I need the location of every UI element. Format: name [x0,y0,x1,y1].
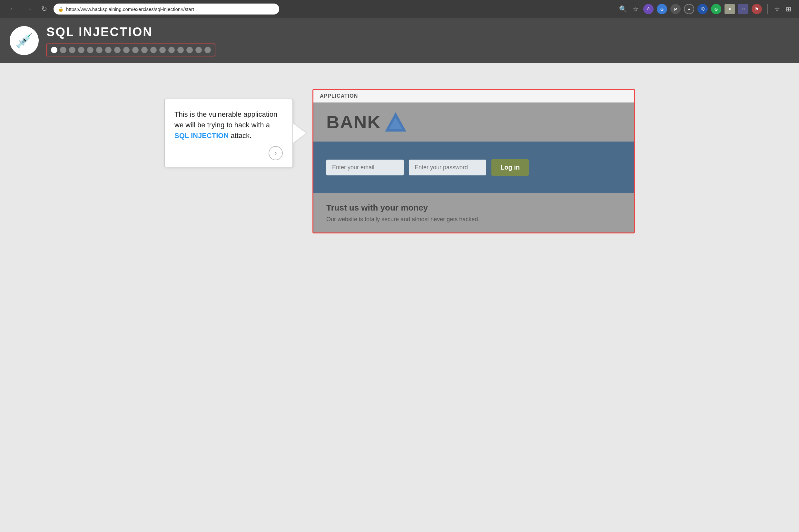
progress-dot-10[interactable] [141,47,148,53]
profile-icon-g2[interactable]: G [711,4,721,14]
profile-icon-red[interactable]: ⚑ [752,4,762,14]
application-label: APPLICATION [313,90,634,102]
progress-dot-2[interactable] [69,47,75,53]
progress-dot-11[interactable] [150,47,157,53]
back-button[interactable]: ← [6,3,19,15]
next-button[interactable]: › [269,146,283,160]
progress-dot-16[interactable] [195,47,202,53]
bank-app: BANK Log in Trust us with your money Our… [313,102,634,232]
bank-subtitle: Our website is totally secure and almost… [326,216,621,223]
progress-dot-4[interactable] [87,47,94,53]
address-bar[interactable]: 🔒 https://www.hacksplaining.com/exercise… [54,3,279,15]
profile-icon-purple[interactable]: 8 [643,4,653,14]
app-header-right: SQL INJECTION [46,25,215,56]
menu-icon-btn[interactable]: ⊞ [784,4,793,14]
progress-dot-14[interactable] [177,47,184,53]
divider [767,4,768,14]
progress-dot-6[interactable] [105,47,112,53]
bank-logo-icon [384,112,407,133]
progress-dot-12[interactable] [159,47,166,53]
bank-login-section: Log in [313,141,634,193]
refresh-button[interactable]: ↻ [39,3,50,15]
bank-footer: Trust us with your money Our website is … [313,193,634,232]
progress-dot-3[interactable] [78,47,84,53]
profile-icon-square[interactable]: ■ [724,4,735,14]
application-panel: APPLICATION BANK Log in Trust us with yo [312,89,635,233]
main-content: This is the vulnerable application we wi… [0,63,799,531]
profile-icon-blue[interactable]: G [657,4,667,14]
progress-dot-17[interactable] [205,47,211,53]
sql-injection-link[interactable]: SQL INJECTION [174,132,229,139]
progress-dot-8[interactable] [123,47,130,53]
syringe-icon: 💉 [16,32,33,49]
bank-header: BANK [313,102,634,141]
app-logo: 💉 [10,26,39,55]
progress-dot-5[interactable] [96,47,102,53]
progress-dot-7[interactable] [114,47,120,53]
bookmark-icon-btn[interactable]: ☆ [632,4,640,14]
search-icon-btn[interactable]: 🔍 [618,4,628,14]
bank-tagline: Trust us with your money [326,203,621,213]
app-title: SQL INJECTION [46,25,215,39]
tooltip-container: This is the vulnerable application we wi… [164,99,293,167]
progress-dot-0[interactable] [51,47,57,53]
app-header: 💉 SQL INJECTION [0,18,799,63]
tooltip-pointer [293,124,306,143]
login-button[interactable]: Log in [491,159,529,176]
progress-dot-13[interactable] [168,47,175,53]
progress-dot-15[interactable] [186,47,193,53]
browser-chrome: ← → ↻ 🔒 https://www.hacksplaining.com/ex… [0,0,799,18]
progress-dots [46,43,215,56]
password-input[interactable] [409,159,486,175]
email-input[interactable] [326,159,404,175]
profile-icon-iq[interactable]: IQ [698,4,708,14]
profile-icon-sq2[interactable]: □ [738,4,748,14]
lock-icon: 🔒 [58,6,63,12]
profile-icon-p[interactable]: P [670,4,681,14]
tooltip-arrow-area: › [174,146,283,160]
browser-icons-right: 🔍 ☆ 8 G P ● IQ G ■ □ ⚑ ☆ ⊞ [618,4,793,14]
url-text: https://www.hacksplaining.com/exercises/… [66,6,194,12]
profile-icon-circle[interactable]: ● [684,4,694,14]
progress-dot-1[interactable] [60,47,66,53]
forward-button[interactable]: → [23,3,35,15]
star-icon-btn[interactable]: ☆ [773,4,781,14]
tooltip-box: This is the vulnerable application we wi… [164,99,293,167]
tooltip-text: This is the vulnerable application we wi… [174,109,283,141]
progress-dot-9[interactable] [132,47,139,53]
bank-logo-text: BANK [326,112,381,133]
